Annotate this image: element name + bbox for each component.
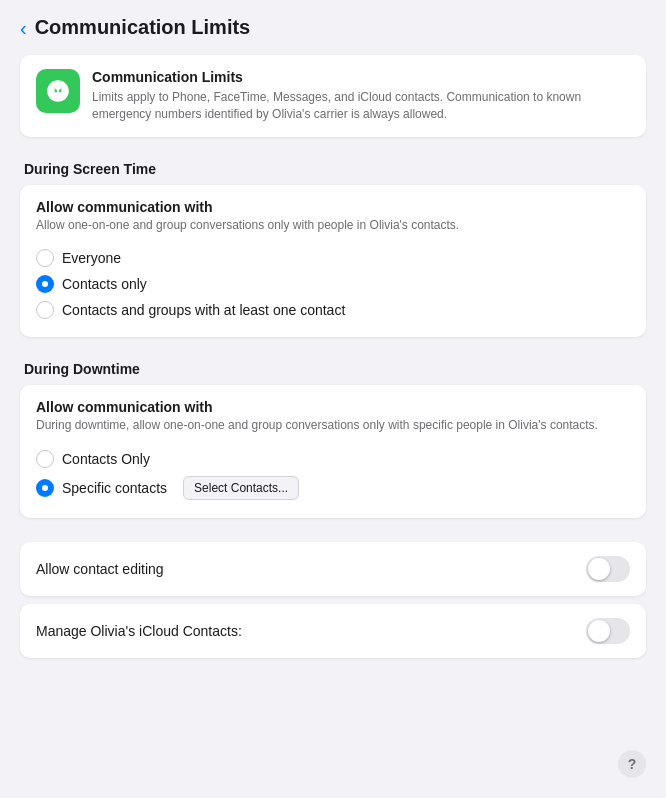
header: ‹ Communication Limits [20,16,646,39]
screen-time-card: Allow communication with Allow one-on-on… [20,185,646,338]
page-title: Communication Limits [35,16,251,39]
screen-time-section-label: During Screen Time [20,161,646,177]
downtime-section-label: During Downtime [20,361,646,377]
back-button[interactable]: ‹ [20,18,35,38]
allow-contact-editing-toggle[interactable] [586,556,630,582]
app-icon [36,69,80,113]
manage-icloud-toggle[interactable] [586,618,630,644]
manage-icloud-row: Manage Olivia's iCloud Contacts: [20,604,646,658]
radio-circle-specific-contacts [36,479,54,497]
radio-circle-contacts-and-groups [36,301,54,319]
radio-label-everyone: Everyone [62,250,121,266]
radio-label-contacts-only: Contacts only [62,276,147,292]
radio-contacts-only[interactable]: Contacts only [36,271,630,297]
radio-circle-contacts-only-down [36,450,54,468]
radio-label-contacts-only-down: Contacts Only [62,451,150,467]
allow-contact-editing-label: Allow contact editing [36,561,164,577]
radio-label-contacts-and-groups: Contacts and groups with at least one co… [62,302,345,318]
communication-limits-icon [45,78,71,104]
radio-specific-contacts[interactable]: Specific contacts Select Contacts... [36,472,630,504]
radio-circle-contacts-only [36,275,54,293]
radio-contacts-and-groups[interactable]: Contacts and groups with at least one co… [36,297,630,323]
downtime-card-title: Allow communication with [36,399,630,415]
info-text: Communication Limits Limits apply to Pho… [92,69,630,123]
downtime-card-subtitle: During downtime, allow one-on-one and gr… [36,417,630,434]
screen-time-card-subtitle: Allow one-on-one and group conversations… [36,217,630,234]
info-card: Communication Limits Limits apply to Pho… [20,55,646,137]
radio-contacts-only-down[interactable]: Contacts Only [36,446,630,472]
select-contacts-button[interactable]: Select Contacts... [183,476,299,500]
help-button[interactable]: ? [618,750,646,778]
info-card-title: Communication Limits [92,69,630,85]
radio-circle-everyone [36,249,54,267]
info-card-desc: Limits apply to Phone, FaceTime, Message… [92,89,630,123]
radio-label-specific-contacts: Specific contacts [62,480,167,496]
allow-contact-editing-row: Allow contact editing [20,542,646,596]
window: ‹ Communication Limits Communication Lim… [0,0,666,798]
screen-time-card-title: Allow communication with [36,199,630,215]
downtime-card: Allow communication with During downtime… [20,385,646,518]
radio-everyone[interactable]: Everyone [36,245,630,271]
manage-icloud-label: Manage Olivia's iCloud Contacts: [36,623,242,639]
svg-point-0 [55,83,62,90]
